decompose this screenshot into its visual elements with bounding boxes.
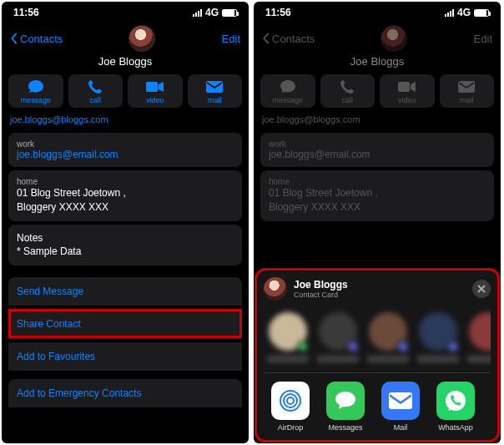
status-bar: 11:56 4G <box>254 2 501 23</box>
svg-rect-2 <box>398 82 410 92</box>
signal-icon <box>445 9 454 17</box>
address-line2: Bloggery XXXX XXX <box>269 200 486 215</box>
whatsapp-icon <box>436 382 475 420</box>
app-whatsapp[interactable]: WhatsApp <box>432 382 479 432</box>
mail-icon <box>205 79 224 94</box>
work-email-card: work joe.bloggs@email.com <box>260 133 494 167</box>
nav-bar: Contacts Edit <box>2 23 249 53</box>
phone-icon <box>86 79 104 94</box>
share-person[interactable] <box>367 312 409 362</box>
left-screenshot: 11:56 4G Contacts Edit Joe Bloggs messag… <box>2 2 249 443</box>
address-label: home <box>17 177 234 186</box>
signal-icon <box>193 9 202 17</box>
clock: 11:56 <box>265 7 291 18</box>
address-line1: 01 Blog Street Joetown , <box>17 186 234 200</box>
contact-name: Joe Bloggs <box>2 55 249 68</box>
chevron-left-icon <box>10 33 18 44</box>
work-email: joe.bloggs@email.com <box>269 149 486 160</box>
close-button[interactable] <box>472 280 491 298</box>
app-airdrop[interactable]: AirDrop <box>267 382 314 432</box>
share-contact-row[interactable]: Share Contact <box>8 309 242 338</box>
app-mail[interactable]: Mail <box>377 382 424 432</box>
phone-icon <box>338 79 356 94</box>
address-card: home 01 Blog Street Joetown , Bloggery X… <box>260 170 494 221</box>
call-button: call <box>320 74 375 108</box>
close-icon <box>477 285 486 293</box>
clock: 11:56 <box>13 7 39 18</box>
app-label: Mail <box>394 423 408 432</box>
address-card[interactable]: home 01 Blog Street Joetown , Bloggery X… <box>8 170 242 221</box>
airdrop-icon <box>271 382 310 420</box>
messages-icon <box>326 382 365 420</box>
status-bar: 11:56 4G <box>2 2 249 23</box>
notes-label: Notes <box>17 231 234 245</box>
svg-rect-0 <box>146 82 158 92</box>
email-truncated: joe.bloggs@bloggs.com <box>254 114 501 129</box>
svg-point-8 <box>446 391 466 411</box>
work-email-card[interactable]: work joe.bloggs@email.com <box>8 133 242 167</box>
video-button[interactable]: video <box>128 74 183 108</box>
send-message-row[interactable]: Send Message <box>8 277 242 306</box>
app-label: AirDrop <box>278 423 304 432</box>
share-person[interactable] <box>467 312 491 362</box>
network-label: 4G <box>205 7 219 18</box>
message-button: message <box>260 74 315 108</box>
share-people-row <box>264 301 491 367</box>
edit-button: Edit <box>474 33 492 45</box>
nav-bar: Contacts Edit <box>254 23 501 53</box>
email-truncated[interactable]: joe.bloggs@bloggs.com <box>2 114 249 129</box>
app-label: Messages <box>328 423 362 432</box>
message-icon <box>279 79 297 94</box>
share-header: Joe Bloggs Contact Card <box>264 277 491 301</box>
network-label: 4G <box>457 7 471 18</box>
back-label: Contacts <box>20 33 63 45</box>
back-button: Contacts <box>262 33 315 45</box>
video-button: video <box>380 74 435 108</box>
battery-icon <box>474 9 489 17</box>
svg-point-5 <box>284 394 297 407</box>
notes-card[interactable]: Notes * Sample Data <box>8 225 242 266</box>
svg-point-4 <box>287 397 294 404</box>
address-line2: Bloggery XXXX XXX <box>17 200 234 215</box>
svg-rect-7 <box>389 392 412 409</box>
chevron-left-icon <box>262 33 270 44</box>
work-label: work <box>17 139 234 149</box>
work-email: joe.bloggs@email.com <box>17 149 234 160</box>
mail-button[interactable]: mail <box>188 74 243 108</box>
quick-actions: message call video mail <box>2 68 249 114</box>
mail-button: mail <box>440 74 495 108</box>
message-icon <box>27 79 45 94</box>
avatar <box>381 25 407 52</box>
share-avatar <box>264 277 287 301</box>
share-subtitle: Contact Card <box>294 291 348 299</box>
add-favourites-row[interactable]: Add to Favourites <box>8 341 242 371</box>
call-button[interactable]: call <box>68 74 123 108</box>
app-label: WhatsApp <box>438 423 473 432</box>
app-messages[interactable]: Messages <box>322 382 369 432</box>
avatar[interactable] <box>129 25 155 52</box>
right-screenshot: 11:56 4G Contacts Edit Joe Bloggs messag… <box>254 2 501 443</box>
address-line1: 01 Blog Street Joetown , <box>269 186 486 200</box>
share-sheet: Joe Bloggs Contact Card AirDrop <box>257 271 497 440</box>
battery-icon <box>222 9 237 17</box>
back-label: Contacts <box>272 33 315 45</box>
share-apps-row: AirDrop Messages Mail WhatsApp <box>264 372 491 433</box>
add-emergency-row[interactable]: Add to Emergency Contacts <box>8 379 242 407</box>
message-button[interactable]: message <box>8 74 63 108</box>
contact-name: Joe Bloggs <box>254 55 501 68</box>
share-title: Joe Bloggs <box>294 279 348 291</box>
share-person[interactable] <box>417 312 459 362</box>
address-label: home <box>269 177 486 186</box>
back-button[interactable]: Contacts <box>10 33 63 45</box>
share-person[interactable] <box>267 312 309 362</box>
notes-value: * Sample Data <box>17 245 234 259</box>
work-label: work <box>269 139 486 149</box>
mail-icon <box>457 79 476 94</box>
video-icon <box>398 79 416 94</box>
quick-actions: message call video mail <box>254 68 501 114</box>
edit-button[interactable]: Edit <box>222 33 240 45</box>
mail-app-icon <box>381 382 420 420</box>
share-person[interactable] <box>317 312 359 362</box>
video-icon <box>146 79 164 94</box>
